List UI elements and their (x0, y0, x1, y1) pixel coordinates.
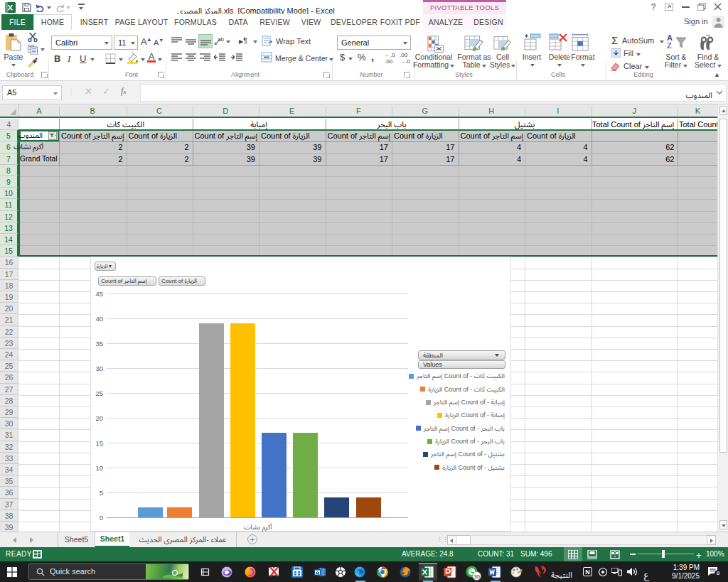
svg-text:ab: ab (218, 36, 224, 43)
